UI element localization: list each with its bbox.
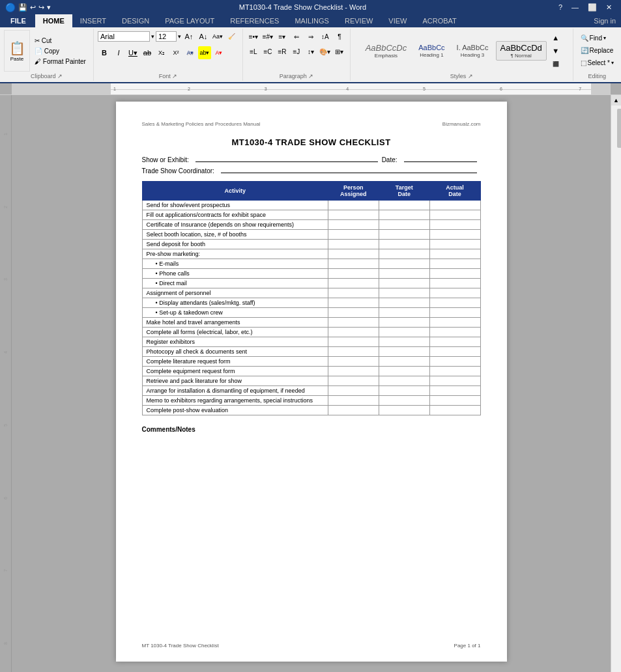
target-cell [379, 249, 429, 259]
style-emphasis[interactable]: AaBbCcDc Emphasis [361, 41, 412, 61]
title-bar-quick-redo[interactable]: ↪ [38, 3, 44, 12]
document-title: MT1030-4 TRADE SHOW CHECKLIST [142, 137, 481, 147]
tab-home[interactable]: HOME [35, 14, 72, 27]
tab-mailings[interactable]: MAILINGS [287, 14, 337, 27]
document-scroll[interactable]: Sales & Marketing Policies and Procedure… [12, 95, 611, 672]
style-heading3[interactable]: I. AaBbCc Heading 3 [452, 42, 493, 60]
shading-button[interactable]: 🎨▾ [319, 45, 332, 58]
tab-acrobat[interactable]: ACROBAT [414, 14, 464, 27]
change-case-button[interactable]: Aa▾ [211, 30, 224, 43]
tab-insert[interactable]: INSERT [72, 14, 114, 27]
style-heading1[interactable]: AaBbCc Heading 1 [414, 42, 449, 60]
paste-button[interactable]: 📋 Paste [4, 30, 30, 72]
activity-cell: Complete all forms (electrical, labor, e… [142, 328, 328, 337]
activity-cell: Complete literature request form [142, 357, 328, 367]
person-cell [328, 308, 379, 318]
editing-label: Editing [588, 73, 607, 79]
show-marks-button[interactable]: ¶ [333, 30, 346, 43]
footer-left: MT 1030-4 Trade Show Checklist [142, 643, 219, 649]
tab-file[interactable]: FILE [1, 14, 35, 27]
coordinator-label: Trade Show Coordinator: [142, 167, 214, 175]
tab-view[interactable]: VIEW [381, 14, 414, 27]
clear-format-button[interactable]: 🧹 [225, 30, 238, 43]
text-effect-button[interactable]: A▾ [184, 46, 197, 59]
font-shrink-button[interactable]: A↓ [197, 30, 210, 43]
title-bar-quick-save[interactable]: 💾 [18, 3, 27, 12]
font-name-input[interactable]: Arial [98, 31, 150, 42]
title-bar-quick-undo[interactable]: ↩ [30, 3, 36, 12]
activity-cell: Memo to exhibitors regarding arrangement… [142, 396, 328, 406]
tab-references[interactable]: REFERENCES [222, 14, 287, 27]
tab-page-layout[interactable]: PAGE LAYOUT [157, 14, 222, 27]
style-normal[interactable]: AaBbCcDd ¶ Normal [496, 41, 547, 61]
target-cell [379, 230, 429, 240]
find-button[interactable]: 🔍 Find ▾ [577, 33, 617, 44]
actual-cell [429, 240, 480, 249]
help-button[interactable]: ? [555, 3, 566, 11]
replace-button[interactable]: 🔄 Replace [577, 45, 617, 56]
actual-cell [429, 220, 480, 230]
tab-design[interactable]: DESIGN [114, 14, 157, 27]
font-size-input[interactable]: 12 [156, 31, 177, 42]
format-painter-button[interactable]: 🖌 Format Painter [31, 57, 89, 66]
activity-cell: Complete equipment request form [142, 367, 328, 376]
sign-in-button[interactable]: Sign in [588, 14, 621, 27]
align-center-button[interactable]: ≡C [261, 45, 274, 58]
decrease-indent-button[interactable]: ⇐ [290, 30, 303, 43]
select-button[interactable]: ⬚ Select * ▾ [577, 57, 617, 68]
copy-button[interactable]: 📄 Copy [31, 46, 89, 56]
show-exhibit-line [195, 161, 378, 162]
document-area: 1 2 3 4 5 6 7 8 Sales & Marketing Polici… [0, 95, 621, 672]
minimize-button[interactable]: — [568, 3, 583, 11]
actual-cell [429, 386, 480, 396]
font-size-dropdown-icon[interactable]: ▾ [178, 33, 181, 40]
underline-button[interactable]: U▾ [126, 46, 139, 59]
actual-cell [429, 318, 480, 328]
target-cell [379, 386, 429, 396]
increase-indent-button[interactable]: ⇒ [304, 30, 317, 43]
coordinator-row: Trade Show Coordinator: [142, 167, 481, 175]
activity-cell: Photocopy all check & documents sent [142, 347, 328, 357]
numbering-button[interactable]: ≡#▾ [261, 30, 274, 43]
bullets-button[interactable]: ≡•▾ [247, 30, 260, 43]
maximize-button[interactable]: ⬜ [584, 3, 601, 12]
close-button[interactable]: ✕ [602, 3, 616, 12]
styles-scroll-up[interactable]: ▲ [549, 31, 562, 44]
find-dropdown-icon: ▾ [603, 35, 606, 41]
font-grow-button[interactable]: A↑ [182, 30, 195, 43]
actual-cell [429, 279, 480, 288]
subscript-button[interactable]: X₂ [155, 46, 168, 59]
styles-scroll-down[interactable]: ▼ [549, 44, 562, 57]
scroll-thumb[interactable] [617, 109, 622, 148]
sort-button[interactable]: ↕A [319, 30, 332, 43]
bold-button[interactable]: B [98, 46, 111, 59]
borders-button[interactable]: ⊞▾ [333, 45, 346, 58]
styles-expand[interactable]: ⬛ [549, 57, 562, 70]
show-exhibit-row: Show or Exhibit: Date: [142, 156, 481, 163]
text-highlight-button[interactable]: ab▾ [198, 46, 211, 59]
table-row: Complete equipment request form [142, 367, 480, 376]
cut-button[interactable]: ✂ Cut [31, 36, 89, 46]
target-cell [379, 406, 429, 415]
actual-cell [429, 328, 480, 337]
italic-button[interactable]: I [112, 46, 125, 59]
style-heading3-label: Heading 3 [461, 52, 484, 58]
superscript-button[interactable]: X² [169, 46, 182, 59]
person-cell [328, 201, 379, 210]
title-bar-title: MT1030-4 Trade Show Checklist - Word [51, 3, 555, 11]
scroll-up-button[interactable]: ▲ [611, 95, 622, 105]
font-name-dropdown-icon[interactable]: ▾ [151, 33, 154, 40]
align-right-button[interactable]: ≡R [276, 45, 289, 58]
style-emphasis-preview: AaBbCcDc [366, 43, 407, 53]
align-left-button[interactable]: ≡L [247, 45, 260, 58]
font-color-button[interactable]: A▾ [212, 46, 225, 59]
strikethrough-button[interactable]: ab [141, 46, 154, 59]
scrollbar-right[interactable]: ▲ ▼ [611, 95, 621, 672]
multilevel-button[interactable]: ≡▾ [276, 30, 289, 43]
activity-cell: • Phone calls [142, 269, 328, 279]
justify-button[interactable]: ≡J [290, 45, 303, 58]
tab-review[interactable]: REVIEW [337, 14, 381, 27]
table-row: • Set-up & takedown crew [142, 308, 480, 318]
line-spacing-button[interactable]: ↕▾ [304, 45, 317, 58]
activity-cell: Certificate of Insurance (depends on sho… [142, 220, 328, 230]
